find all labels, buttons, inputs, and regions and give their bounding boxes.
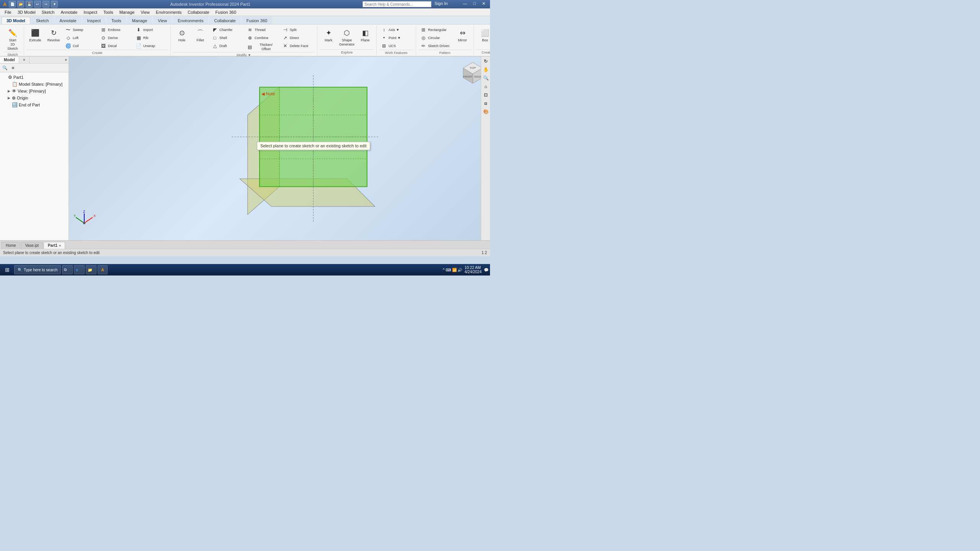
- qa-save[interactable]: 💾: [26, 1, 33, 8]
- tool-section[interactable]: ⧈: [482, 99, 490, 107]
- menu-annotate[interactable]: Annotate: [57, 9, 80, 15]
- btn-sweep[interactable]: 〜 Sweep: [63, 26, 98, 34]
- panel-tab-close[interactable]: ×: [19, 57, 29, 63]
- btn-split[interactable]: ⊣ Split: [280, 26, 315, 34]
- btn-plane[interactable]: ◧ Plane: [356, 26, 374, 47]
- btn-box[interactable]: ⬜ Box: [476, 26, 490, 47]
- tool-zoom[interactable]: 🔍: [482, 74, 490, 82]
- panel-search-btn[interactable]: 🔍: [2, 64, 8, 71]
- tree-item-model-states[interactable]: 📋 Model States: [Primary]: [0, 81, 69, 88]
- btn-thread[interactable]: ≋ Thread: [245, 26, 279, 34]
- menu-fusion-360[interactable]: Fusion 360: [212, 9, 239, 15]
- btn-delete-face[interactable]: ✕ Delete Face: [280, 42, 315, 50]
- ribbon-tab-view[interactable]: View: [153, 17, 172, 24]
- ribbon-tab-manage[interactable]: Manage: [127, 17, 152, 24]
- loft-icon: ◇: [65, 35, 71, 41]
- ribbon-group-pattern: ⊞ Rectangular ◎ Circular ✏ Sketch Driven…: [416, 25, 474, 55]
- btn-shape-gen[interactable]: ⬡ Shape Generator: [338, 26, 356, 48]
- close-btn[interactable]: ✕: [480, 1, 487, 7]
- btn-decal[interactable]: 🖼 Decal: [98, 42, 133, 50]
- btn-fillet[interactable]: ⌒ Fillet: [191, 26, 209, 47]
- tree-item-origin[interactable]: ▶ ⊕ Origin: [0, 95, 69, 101]
- menu-3d-model[interactable]: 3D Model: [15, 9, 39, 15]
- btn-mirror[interactable]: ⇔ Mirror: [454, 26, 471, 47]
- ribbon-tab-sketch[interactable]: Sketch: [31, 17, 54, 24]
- taskbar-edge[interactable]: e: [74, 265, 85, 274]
- btn-combine[interactable]: ⊕ Combine: [245, 34, 279, 42]
- taskbar-taskview[interactable]: ⧉: [62, 265, 73, 274]
- qa-redo[interactable]: ↪: [42, 1, 49, 8]
- ribbon-tab-environments[interactable]: Environments: [173, 17, 208, 24]
- menu-tools[interactable]: Tools: [100, 9, 116, 15]
- panel-menu-btn[interactable]: ≡: [10, 64, 16, 71]
- btn-point[interactable]: • Point ▼: [379, 34, 413, 42]
- tree-icon-view: 👁: [12, 88, 16, 94]
- tool-appearance[interactable]: 🎨: [482, 108, 490, 116]
- menu-inspect[interactable]: Inspect: [81, 9, 100, 15]
- btn-draft[interactable]: △ Draft: [210, 42, 244, 50]
- maximize-btn[interactable]: □: [472, 1, 477, 7]
- menu-collaborate[interactable]: Collaborate: [185, 9, 212, 15]
- btn-hole[interactable]: ⊙ Hole: [173, 26, 191, 47]
- tool-home[interactable]: ⌂: [482, 83, 490, 90]
- doc-tab-vase[interactable]: Vase.ipt: [21, 242, 43, 249]
- btn-thicken[interactable]: ▤ Thicken/ Offset: [245, 42, 279, 52]
- qa-more[interactable]: ▼: [51, 1, 58, 8]
- menu-file[interactable]: File: [2, 9, 15, 15]
- btn-shell[interactable]: □ Shell: [210, 34, 244, 42]
- btn-loft[interactable]: ◇ Loft: [63, 34, 98, 42]
- tree-item-part1[interactable]: ⚙ Part1: [0, 74, 69, 81]
- taskbar-start[interactable]: ⊞: [2, 265, 13, 274]
- tree-item-end-of-part[interactable]: 🔚 End of Part: [0, 101, 69, 108]
- qa-open[interactable]: 📂: [17, 1, 24, 8]
- btn-revolve[interactable]: ↻ Revolve: [45, 26, 62, 47]
- minimize-btn[interactable]: —: [461, 1, 469, 7]
- btn-unwrap[interactable]: 📄 Unwrap: [134, 42, 168, 50]
- rectangular-label: Rectangular: [428, 28, 447, 32]
- taskbar-search[interactable]: 🔍 Type here to search: [14, 265, 61, 274]
- ribbon-tab-inspect[interactable]: Inspect: [82, 17, 106, 24]
- btn-direct[interactable]: ↗ Direct: [280, 34, 315, 42]
- circular-label: Circular: [428, 36, 440, 40]
- ribbon-tab-fusion-360[interactable]: Fusion 360: [242, 17, 272, 24]
- search-input[interactable]: [363, 1, 431, 7]
- ribbon-tab-collaborate[interactable]: Collaborate: [209, 17, 240, 24]
- qa-undo[interactable]: ↩: [34, 1, 41, 8]
- add-panel-btn[interactable]: +: [65, 58, 67, 62]
- btn-mark[interactable]: ✦ Mark: [320, 26, 337, 47]
- btn-axis[interactable]: ↕ Axis ▼: [379, 26, 413, 34]
- doc-tab-home[interactable]: Home: [2, 242, 20, 249]
- panel-tab-model[interactable]: Model: [0, 57, 19, 63]
- btn-start-sketch[interactable]: ✏️ Start2D Sketch: [4, 26, 21, 52]
- btn-derive[interactable]: ⊙ Derive: [98, 34, 133, 42]
- btn-extrude[interactable]: ⬛ Extrude: [26, 26, 44, 47]
- btn-circular[interactable]: ◎ Circular: [418, 34, 453, 42]
- taskbar-inventor[interactable]: A: [98, 265, 107, 274]
- btn-coil[interactable]: 🌀 Coil: [63, 42, 98, 50]
- btn-chamfer[interactable]: ◤ Chamfer: [210, 26, 244, 34]
- tool-pan[interactable]: ✋: [482, 66, 490, 73]
- tool-orbit[interactable]: ↻: [482, 57, 490, 65]
- menu-manage[interactable]: Manage: [116, 9, 138, 15]
- btn-rectangular[interactable]: ⊞ Rectangular: [418, 26, 453, 34]
- menu-sketch[interactable]: Sketch: [39, 9, 58, 15]
- explore-items: ✦ Mark ⬡ Shape Generator ◧ Plane: [320, 26, 374, 49]
- menu-view[interactable]: View: [137, 9, 153, 15]
- menu-environments[interactable]: Environments: [153, 9, 185, 15]
- btn-emboss[interactable]: ⊞ Emboss: [98, 26, 133, 34]
- tool-fit[interactable]: ⊡: [482, 91, 490, 99]
- sign-in-btn[interactable]: Sign In: [434, 1, 448, 7]
- doc-tab-part1[interactable]: Part1 ×: [44, 242, 65, 249]
- qa-new[interactable]: 📄: [9, 1, 16, 8]
- btn-rib[interactable]: ▦ Rib: [134, 34, 168, 42]
- doc-tab-close-btn[interactable]: ×: [59, 244, 61, 248]
- btn-ucs[interactable]: ⊞ UCS: [379, 42, 413, 50]
- notification-btn[interactable]: 💬: [484, 268, 488, 272]
- ribbon-tab-annotate[interactable]: Annotate: [55, 17, 82, 24]
- taskbar-explorer[interactable]: 📁: [86, 265, 96, 274]
- ribbon-tab-tools[interactable]: Tools: [106, 17, 126, 24]
- tree-item-view[interactable]: ▶ 👁 View: [Primary]: [0, 88, 69, 95]
- btn-import[interactable]: ⬇ Import: [134, 26, 168, 34]
- ribbon-tab-3d-model[interactable]: 3D Model: [2, 17, 30, 24]
- btn-sketch-driven[interactable]: ✏ Sketch Driven: [418, 42, 453, 50]
